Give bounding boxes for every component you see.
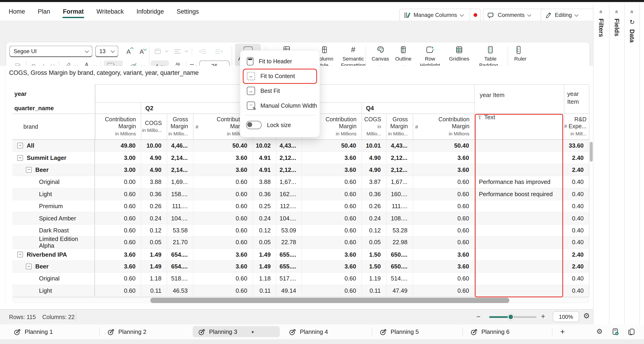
- decrease-indent-button[interactable]: [197, 46, 208, 56]
- sheet-tab-planning-1[interactable]: Planning 1: [0, 324, 100, 339]
- menu-tab-writeback[interactable]: Writeback: [96, 3, 124, 20]
- cell-value[interactable]: 0.60: [95, 224, 141, 236]
- cell-value[interactable]: 0.60: [302, 188, 362, 200]
- cell-value[interactable]: 3.60: [302, 261, 362, 272]
- collapse-toggle-icon[interactable]: [26, 167, 32, 173]
- cell-value[interactable]: 162....: [276, 188, 301, 200]
- cell-value[interactable]: 1.18: [253, 273, 276, 285]
- table-padding-button[interactable]: Table Padding: [475, 45, 506, 69]
- cell-value[interactable]: 0.40: [564, 273, 589, 285]
- cell-value[interactable]: 1.49: [141, 261, 167, 272]
- cell-value[interactable]: 112....: [276, 200, 301, 212]
- cell-value[interactable]: 0.60: [302, 200, 362, 212]
- cell-value[interactable]: 2,12...: [386, 164, 413, 176]
- cell-value[interactable]: 2,12...: [386, 152, 413, 164]
- table-row[interactable]: Beer3.601.49654....3.601.49655....3.601.…: [12, 261, 589, 273]
- cell-value[interactable]: 1,69...: [167, 176, 193, 188]
- cell-value[interactable]: 3.60: [302, 164, 362, 176]
- increase-indent-button[interactable]: [213, 46, 225, 56]
- increase-font-size-button[interactable]: A: [124, 46, 135, 56]
- lock-size-toggle[interactable]: [246, 121, 262, 129]
- cell-value[interactable]: 0.60: [413, 273, 474, 285]
- cell-text[interactable]: [474, 261, 564, 272]
- add-sheet-with-data-icon[interactable]: [612, 328, 619, 335]
- cell-value[interactable]: 33.60: [564, 140, 589, 151]
- sheet-settings-gear-icon[interactable]: ⚙: [596, 327, 603, 336]
- cell-value[interactable]: 0.60: [193, 224, 253, 236]
- cell-value[interactable]: 0.60: [95, 212, 141, 224]
- cell-value[interactable]: 4,43...: [276, 140, 301, 151]
- cell-value[interactable]: 104....: [167, 212, 193, 224]
- cell-value[interactable]: 2,12...: [276, 152, 301, 164]
- cell-value[interactable]: 53.58: [167, 224, 193, 236]
- cell-text[interactable]: [474, 200, 564, 212]
- cell-text[interactable]: [474, 164, 564, 176]
- column-header-cogs-q4[interactable]: COGSin Millio...: [361, 114, 386, 140]
- table-row[interactable]: Light0.600.1146.530.600.1149.140.600.114…: [12, 285, 589, 297]
- cell-value[interactable]: 0.12: [253, 224, 276, 236]
- canvas-button[interactable]: Canvas: [369, 45, 392, 69]
- collapse-toggle-icon[interactable]: [17, 143, 23, 148]
- cell-value[interactable]: 0.24: [361, 212, 386, 224]
- brand-axis-cell[interactable]: brand: [12, 114, 95, 140]
- cell-value[interactable]: 0.05: [361, 237, 386, 248]
- cell-value[interactable]: 0.24: [253, 212, 276, 224]
- cell-value[interactable]: 53.09: [276, 224, 301, 236]
- cell-value[interactable]: 50.40: [302, 140, 362, 151]
- column-header-cm-q1[interactable]: Contribution Marginin Millions: [95, 114, 141, 140]
- cell-value[interactable]: 2.40: [564, 152, 589, 164]
- sheet-tab-planning-3[interactable]: Planning 3▾: [190, 324, 281, 339]
- cell-value[interactable]: 514....: [386, 273, 413, 285]
- sheet-tab-planning-2[interactable]: Planning 2: [100, 324, 190, 339]
- cell-value[interactable]: 10.02: [253, 140, 276, 151]
- cell-value[interactable]: 0.05: [141, 237, 167, 248]
- cell-value[interactable]: 0.40: [564, 285, 589, 297]
- expand-panel-chevron-icon[interactable]: «: [598, 11, 604, 14]
- quarter-cell-q2[interactable]: Q2: [141, 103, 253, 114]
- quarter-cell-q4[interactable]: Q4: [361, 103, 474, 114]
- cell-value[interactable]: 49.80: [95, 140, 141, 151]
- cell-value[interactable]: 517....: [276, 273, 301, 285]
- refresh-icon[interactable]: ↻: [630, 19, 634, 26]
- cell-text[interactable]: Performance has improved: [474, 176, 564, 188]
- cell-value[interactable]: 1.49: [253, 261, 276, 272]
- cell-value[interactable]: 0.36: [141, 188, 167, 200]
- table-row[interactable]: Limited Edition Alpha0.600.0521.700.600.…: [12, 237, 589, 249]
- cell-value[interactable]: 4.91: [253, 164, 276, 176]
- menu-item-manual-column-width[interactable]: ↔✎ Manual Column Width: [240, 98, 320, 113]
- menu-tab-format[interactable]: Format: [62, 3, 84, 20]
- cell-value[interactable]: 22.98: [386, 237, 413, 248]
- ruler-button[interactable]: Ruler: [512, 45, 537, 62]
- cell-value[interactable]: 0.60: [413, 237, 474, 248]
- sheet-tab-planning-6[interactable]: Planning 6: [463, 324, 552, 339]
- cell-value[interactable]: 158....: [167, 188, 193, 200]
- cell-value[interactable]: 3.60: [413, 261, 474, 272]
- expand-panel-chevron-icon[interactable]: «: [614, 11, 620, 14]
- cell-value[interactable]: 0.60: [302, 285, 362, 297]
- cell-value[interactable]: 47.49: [386, 285, 413, 297]
- cell-value[interactable]: 0.12: [361, 224, 386, 236]
- menu-tab-infobridge[interactable]: Infobridge: [136, 3, 164, 20]
- cell-value[interactable]: 3.60: [302, 249, 362, 260]
- cell-value[interactable]: 0.60: [95, 237, 141, 248]
- cell-value[interactable]: 0.60: [413, 200, 474, 212]
- horizontal-align-button[interactable]: [172, 46, 183, 56]
- outline-button[interactable]: Outline: [393, 45, 414, 69]
- year-axis-cell[interactable]: year: [12, 84, 95, 103]
- cell-value[interactable]: 0.26: [361, 200, 386, 212]
- cell-value[interactable]: 4.90: [361, 152, 386, 164]
- column-header-rd-expense[interactable]: R&D #Expe... in Mill...: [564, 114, 589, 140]
- cell-value[interactable]: 1,67...: [276, 176, 301, 188]
- column-header-gm-q4[interactable]: Gross Marginin Millio...: [386, 114, 413, 140]
- quarter-cell-q1[interactable]: [95, 103, 141, 114]
- cell-value[interactable]: 0.60: [193, 188, 253, 200]
- cell-value[interactable]: 0.11: [253, 285, 276, 297]
- cell-value[interactable]: 160....: [386, 188, 413, 200]
- cell-value[interactable]: 0.60: [193, 237, 253, 248]
- record-indicator-button[interactable]: [470, 9, 481, 22]
- decrease-font-size-button[interactable]: A: [138, 46, 148, 56]
- cell-value[interactable]: 111....: [386, 200, 413, 212]
- cell-value[interactable]: 4.90: [361, 164, 386, 176]
- side-panel-filters[interactable]: «Filters: [593, 5, 609, 324]
- table-row[interactable]: Original0.601.18518....0.601.18517....0.…: [12, 273, 589, 285]
